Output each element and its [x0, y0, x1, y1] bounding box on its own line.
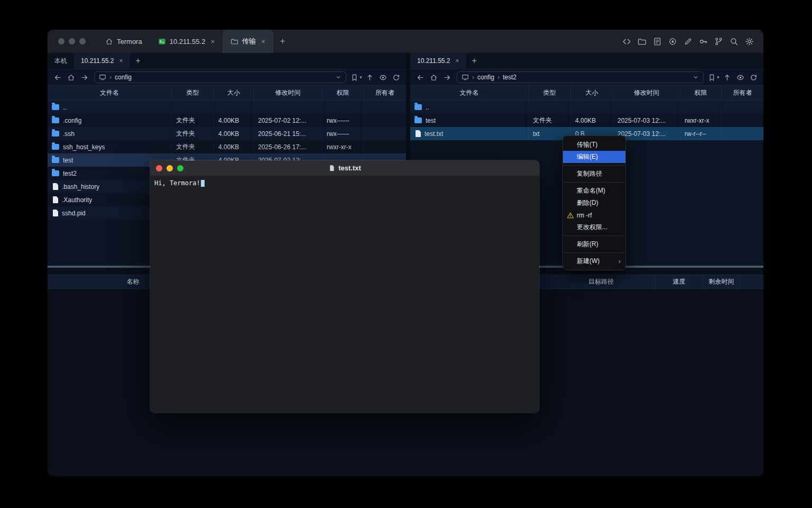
cell-permissions: rwxr-xr-x [680, 114, 722, 127]
queue-column-target-path[interactable]: 目标路径 [547, 275, 656, 288]
breadcrumb-segment[interactable]: test2 [503, 74, 516, 81]
breadcrumb-segment[interactable]: config [477, 74, 494, 81]
cell-modified [613, 101, 680, 114]
show-hidden-files-button[interactable] [376, 71, 389, 83]
editor-title: test.txt [150, 164, 539, 172]
left-panel-toolbar: › config ▾ [48, 69, 406, 85]
log-icon[interactable] [653, 37, 662, 46]
new-tab-button[interactable]: + [273, 30, 292, 53]
cell-type [172, 101, 214, 114]
code-icon[interactable] [622, 37, 631, 46]
home-button[interactable] [64, 71, 77, 83]
file-row[interactable]: .. [48, 101, 406, 114]
column-header-permissions[interactable]: 权限 [680, 86, 722, 100]
bookmark-button[interactable]: ▾ [707, 71, 720, 83]
column-header-permissions[interactable]: 权限 [322, 86, 364, 100]
file-row[interactable]: .. [410, 101, 763, 114]
minimize-window-button[interactable] [69, 38, 75, 44]
column-header-filename[interactable]: 文件名 [410, 86, 529, 100]
cell-filename: test [410, 114, 529, 127]
close-tab-icon[interactable]: × [456, 57, 459, 65]
file-row[interactable]: .config 文件夹 4.00KB 2025-07-02 12:... rwx… [48, 114, 406, 127]
refresh-button[interactable] [390, 71, 402, 83]
minimize-window-button[interactable] [167, 165, 173, 171]
folder-icon[interactable] [638, 37, 647, 46]
queue-column-speed[interactable]: 速度 [656, 275, 703, 288]
tab-transfer[interactable]: 传输 × [223, 30, 273, 53]
queue-column-eta[interactable]: 剩余时间 [703, 275, 740, 288]
column-header-size[interactable]: 大小 [571, 86, 613, 100]
pencil-icon[interactable] [684, 37, 693, 46]
tab-local[interactable]: 本机 [48, 53, 74, 69]
document-icon [328, 165, 335, 171]
chevron-down-icon[interactable] [693, 74, 699, 80]
home-button[interactable] [427, 71, 440, 83]
branch-icon[interactable] [714, 37, 723, 46]
parent-directory-button[interactable] [363, 71, 376, 83]
tab-label: 10.211.55.2 [81, 57, 114, 65]
menu-item-change-permissions[interactable]: 更改权限... [563, 221, 625, 233]
file-row[interactable]: .ssh 文件夹 4.00KB 2025-06-21 15:... rwx---… [48, 127, 406, 140]
new-panel-tab-button[interactable]: + [130, 53, 146, 69]
column-header-owner[interactable]: 所有者 [364, 86, 406, 100]
record-icon[interactable] [668, 37, 677, 46]
editor-content[interactable]: Hi, Termora! [150, 176, 539, 413]
new-panel-tab-button[interactable]: + [466, 53, 483, 69]
menu-item-transfer[interactable]: 传输(T) [563, 139, 625, 151]
close-tab-icon[interactable]: × [210, 38, 215, 46]
close-window-button[interactable] [156, 165, 162, 171]
menu-item-rm-rf[interactable]: rm -rf [563, 209, 625, 221]
column-header-modified[interactable]: 修改时间 [254, 86, 322, 100]
column-header-type[interactable]: 类型 [172, 86, 214, 100]
search-icon[interactable] [730, 37, 739, 46]
gear-icon[interactable] [745, 37, 754, 46]
file-row[interactable]: test 文件夹 4.00KB 2025-07-03 12:... rwxr-x… [410, 114, 763, 127]
path-bar[interactable]: › config › test2 [457, 71, 704, 83]
column-header-owner[interactable]: 所有者 [722, 86, 763, 100]
menu-item-edit[interactable]: 编辑(E) [563, 151, 625, 163]
tab-termora[interactable]: Termora [97, 30, 150, 53]
key-icon[interactable] [699, 37, 708, 46]
editor-titlebar[interactable]: test.txt [150, 160, 539, 176]
column-header-filename[interactable]: 文件名 [48, 86, 172, 100]
show-hidden-files-button[interactable] [734, 71, 746, 83]
file-table-header: 文件名 类型 大小 修改时间 权限 所有者 [410, 85, 763, 101]
close-tab-icon[interactable]: × [261, 38, 265, 46]
close-window-button[interactable] [58, 38, 64, 44]
column-header-size[interactable]: 大小 [214, 86, 254, 100]
cell-size [571, 101, 613, 114]
forward-button[interactable] [440, 71, 453, 83]
parent-directory-button[interactable] [721, 71, 733, 83]
cell-owner [364, 101, 406, 114]
zoom-window-button[interactable] [79, 38, 86, 44]
menu-item-refresh[interactable]: 刷新(R) [563, 238, 625, 250]
tab-label: 10.211.55.2 [170, 38, 206, 46]
zoom-window-button[interactable] [177, 165, 183, 171]
menu-item-delete[interactable]: 删除(D) [563, 197, 625, 209]
tab-remote-host[interactable]: 10.211.55.2 × [74, 53, 130, 69]
tab-host-session[interactable]: 10.211.55.2 × [150, 30, 223, 53]
cell-owner [364, 127, 406, 140]
forward-button[interactable] [78, 71, 90, 83]
back-button[interactable] [414, 71, 427, 83]
path-bar[interactable]: › config [94, 71, 346, 83]
bookmark-dropdown-icon[interactable]: ▾ [717, 75, 719, 80]
menu-item-copy-path[interactable]: 复制路径 [563, 168, 625, 180]
desktop: Termora 10.211.55.2 × 传输 × + [0, 0, 812, 508]
file-type-icon [52, 157, 59, 163]
cell-size: 4.00KB [571, 114, 613, 127]
file-row[interactable]: ssh_host_keys 文件夹 4.00KB 2025-06-26 17:.… [48, 140, 406, 153]
menu-item-new[interactable]: 新建(W)› [563, 255, 625, 267]
column-header-type[interactable]: 类型 [529, 86, 571, 100]
refresh-button[interactable] [747, 71, 760, 83]
menu-separator [564, 165, 625, 166]
bookmark-dropdown-icon[interactable]: ▾ [359, 75, 362, 80]
column-header-modified[interactable]: 修改时间 [613, 86, 680, 100]
breadcrumb-segment[interactable]: config [115, 74, 132, 81]
bookmark-button[interactable]: ▾ [350, 71, 363, 83]
tab-remote-host[interactable]: 10.211.55.2 × [410, 53, 466, 69]
back-button[interactable] [51, 71, 64, 83]
chevron-down-icon[interactable] [335, 74, 342, 80]
close-tab-icon[interactable]: × [119, 57, 123, 65]
menu-item-rename[interactable]: 重命名(M) [563, 185, 625, 197]
